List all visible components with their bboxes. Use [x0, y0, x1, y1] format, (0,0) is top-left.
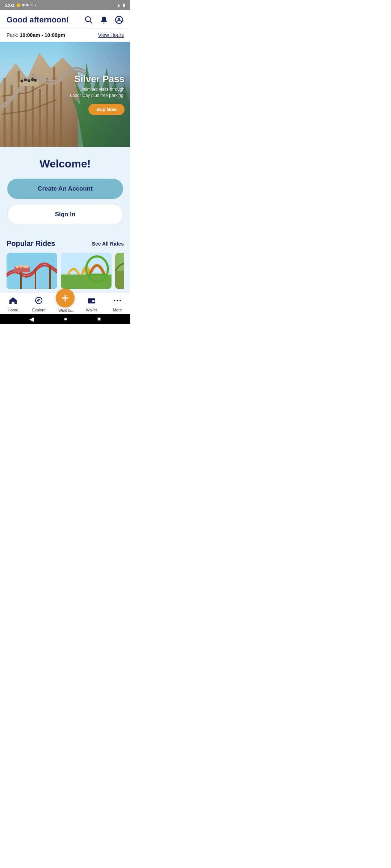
hero-banner: Silver Pass Unlimited visits throughLabo…	[0, 42, 130, 147]
status-bar: 2:03 🙂 ❄ ❄ 🎡 • ▲ ▮	[0, 0, 130, 10]
home-icon	[9, 297, 17, 307]
svg-rect-42	[92, 300, 94, 302]
wifi-icon: ▲	[117, 3, 121, 8]
svg-rect-8	[25, 82, 27, 147]
profile-icon[interactable]	[114, 15, 124, 25]
svg-point-19	[21, 80, 24, 82]
more-icon	[113, 297, 122, 307]
svg-rect-38	[115, 271, 124, 289]
see-all-rides-link[interactable]: See All Rides	[92, 241, 124, 247]
popular-rides-section: Popular Rides See All Rides	[0, 232, 130, 293]
park-hours-text: Park: 10:00am - 10:00pm	[7, 32, 65, 38]
svg-point-30	[20, 265, 22, 268]
svg-line-16	[2, 111, 28, 114]
sign-in-button[interactable]: Sign In	[7, 204, 123, 225]
status-left: 2:03 🙂 ❄ ❄ 🎡 •	[5, 3, 36, 8]
hero-subtitle: Unlimited visits throughLabor Day plus f…	[70, 86, 125, 99]
buy-now-button[interactable]: Buy Now	[88, 104, 125, 115]
svg-point-29	[16, 265, 19, 268]
battery-icon: ▮	[123, 3, 125, 8]
svg-point-23	[34, 79, 37, 82]
svg-point-4	[118, 18, 120, 20]
bottom-nav: Home Explore I Want to...	[0, 293, 130, 314]
header-icons	[84, 15, 124, 25]
recent-button[interactable]: ■	[97, 316, 101, 322]
home-label: Home	[8, 308, 18, 312]
hero-title: Silver Pass	[74, 74, 125, 84]
svg-rect-10	[39, 89, 41, 147]
home-button[interactable]: ●	[64, 316, 67, 322]
popular-rides-header: Popular Rides See All Rides	[7, 239, 124, 248]
time: 2:03	[5, 3, 14, 8]
view-hours-link[interactable]: View Hours	[98, 32, 124, 38]
explore-label: Explore	[32, 308, 46, 312]
nav-more[interactable]: More	[108, 297, 126, 312]
ride-card-2[interactable]	[61, 253, 112, 289]
park-hours-value: 10:00am - 10:00pm	[20, 32, 65, 38]
svg-line-1	[90, 21, 92, 24]
svg-point-32	[26, 265, 29, 268]
svg-point-22	[31, 78, 34, 81]
nav-wallet[interactable]: Wallet	[83, 297, 101, 312]
status-app-icons: 🙂 ❄ ❄ 🎡 •	[16, 3, 36, 7]
park-hours-bar: Park: 10:00am - 10:00pm View Hours	[0, 29, 130, 42]
ride-2-image	[61, 253, 112, 289]
svg-point-44	[114, 300, 115, 301]
welcome-section: Welcome! Create An Account Sign In	[0, 147, 130, 232]
search-icon[interactable]	[84, 15, 93, 25]
welcome-title: Welcome!	[39, 158, 91, 170]
nav-home[interactable]: Home	[4, 297, 22, 312]
greeting: Good afternoon!	[7, 15, 69, 25]
ride-1-image	[7, 253, 57, 289]
i-want-to-label: I Want to...	[56, 309, 74, 312]
status-right: ▲ ▮	[117, 3, 125, 8]
create-account-button[interactable]: Create An Account	[7, 179, 123, 199]
nav-i-want-to[interactable]: I Want to...	[56, 289, 75, 312]
svg-rect-11	[46, 78, 48, 147]
svg-rect-34	[61, 275, 112, 289]
i-want-to-button[interactable]	[56, 289, 75, 307]
park-label: Park:	[7, 32, 18, 38]
back-button[interactable]: ◀	[29, 316, 34, 323]
ride-card-1[interactable]	[7, 253, 57, 289]
notifications-icon[interactable]	[99, 15, 109, 25]
svg-point-21	[28, 79, 30, 82]
explore-icon	[34, 297, 43, 307]
svg-rect-43	[88, 299, 95, 300]
svg-rect-5	[4, 78, 6, 147]
more-label: More	[113, 308, 122, 312]
wallet-label: Wallet	[86, 308, 97, 312]
wallet-icon	[87, 297, 96, 307]
hero-content: Silver Pass Unlimited visits throughLabo…	[59, 42, 130, 147]
popular-rides-title: Popular Rides	[7, 239, 55, 248]
svg-point-20	[24, 78, 27, 81]
nav-explore[interactable]: Explore	[30, 297, 48, 312]
svg-point-2	[104, 23, 105, 24]
ride-3-image	[115, 253, 124, 289]
svg-point-31	[23, 265, 26, 268]
app-header: Good afternoon!	[0, 10, 130, 29]
rides-row	[7, 253, 124, 289]
svg-point-45	[117, 300, 118, 301]
device-nav: ◀ ● ■	[0, 314, 130, 324]
ride-card-3[interactable]	[115, 253, 124, 289]
svg-point-46	[119, 300, 121, 301]
